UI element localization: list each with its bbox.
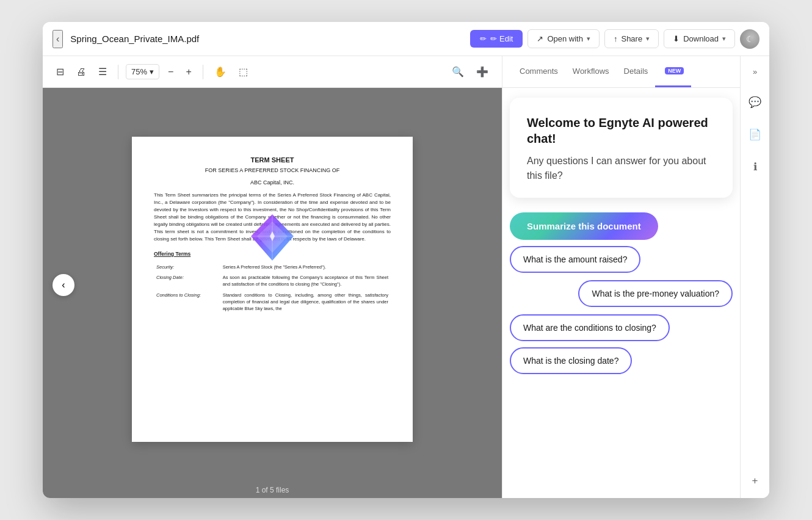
panel-content: Welcome to Egnyte AI powered chat! Any q…: [502, 88, 740, 498]
title-bar: ‹ Spring_Ocean_Private_IMA.pdf ✏ ✏ Edit …: [43, 22, 769, 56]
tab-ai[interactable]: NEW: [655, 56, 691, 87]
download-icon: ⬇: [673, 34, 680, 43]
split-view-button[interactable]: ⊟: [53, 62, 68, 81]
open-with-label: Open with: [547, 34, 583, 43]
ai-welcome-title: Welcome to Egnyte AI powered chat!: [527, 115, 716, 146]
tab-workflows[interactable]: Workflows: [565, 56, 617, 87]
avatar[interactable]: ☾: [740, 29, 759, 49]
pdf-page: TERM SHEET FOR SERIES A PREFERRED STOCK …: [132, 137, 413, 442]
tab-workflows-label: Workflows: [573, 67, 609, 76]
table-row: Security:Series A Preferred Stock (the "…: [154, 262, 391, 272]
zoom-in-button[interactable]: +: [182, 63, 195, 81]
ai-suggestions: Summarize this document What is the amou…: [502, 208, 740, 389]
ai-welcome-card: Welcome to Egnyte AI powered chat! Any q…: [510, 98, 733, 198]
suggest-summarize[interactable]: Summarize this document: [510, 212, 658, 240]
share-button[interactable]: ↑ Share ▾: [604, 29, 659, 48]
suggestion-row-2: What is the pre-money valuation?: [510, 280, 733, 307]
suggest-conditions[interactable]: What are the conditions to closing?: [510, 314, 670, 341]
suggestion-row-1: Summarize this document What is the amou…: [510, 212, 733, 273]
download-button[interactable]: ⬇ Download ▾: [664, 29, 735, 48]
pdf-canvas: ‹ TERM SHEET FOR SERIES A PREFERRED STOC…: [43, 88, 502, 482]
pdf-toolbar: ⊟ 🖨 ☰ 75% ▾ − + ✋ ⬚ 🔍 ➕: [43, 56, 502, 88]
right-panel: Comments Workflows Details NEW Welcome t…: [502, 56, 740, 498]
back-button[interactable]: ‹: [53, 30, 63, 48]
share-icon: ↑: [614, 34, 618, 43]
viewer-area: ⊟ 🖨 ☰ 75% ▾ − + ✋ ⬚ 🔍 ➕: [43, 56, 769, 498]
tab-details[interactable]: Details: [617, 56, 656, 87]
file-title: Spring_Ocean_Private_IMA.pdf: [70, 34, 463, 44]
pdf-bottom-space: [55, 442, 490, 466]
settings-button[interactable]: ☰: [95, 62, 111, 81]
pdf-top-space: [55, 100, 490, 137]
zoom-control[interactable]: 75% ▾: [126, 64, 159, 79]
avatar-icon: ☾: [746, 34, 754, 44]
pdf-terms-table: Security:Series A Preferred Stock (the "…: [154, 262, 391, 314]
term-value: As soon as practicable following the Com…: [220, 272, 391, 290]
tab-comments-label: Comments: [520, 67, 558, 76]
select-tool-button[interactable]: ⬚: [235, 62, 252, 81]
file-counter: 1 of 5 files: [43, 482, 502, 498]
ai-welcome-subtitle: Any questions I can answer for you about…: [527, 154, 716, 183]
term-label: Closing Date:: [154, 272, 220, 290]
pdf-company-title: ABC Capital, INC.: [154, 179, 391, 186]
search-button[interactable]: 🔍: [448, 62, 468, 81]
download-label: Download: [683, 34, 719, 43]
term-label: Conditions to Closing:: [154, 290, 220, 314]
term-label: Security:: [154, 262, 220, 272]
tab-details-label: Details: [624, 67, 648, 76]
open-with-chevron: ▾: [587, 35, 590, 43]
panel-tabs: Comments Workflows Details NEW: [502, 56, 740, 88]
zoom-value: 75%: [131, 67, 147, 76]
open-with-button[interactable]: ↗ Open with ▾: [527, 29, 600, 48]
table-row: Conditions to Closing:Standard condition…: [154, 290, 391, 314]
pdf-term-sheet-title: TERM SHEET: [154, 156, 391, 164]
chat-icon-button[interactable]: 💬: [745, 92, 765, 112]
zoom-out-button[interactable]: −: [164, 63, 177, 81]
edit-button[interactable]: ✏ ✏ Edit: [470, 30, 523, 48]
suggestion-row-3: What are the conditions to closing? What…: [510, 314, 733, 374]
info-icon-button[interactable]: ℹ: [750, 157, 761, 177]
print-button[interactable]: 🖨: [73, 63, 90, 81]
add-comment-button[interactable]: ➕: [473, 62, 492, 81]
open-icon: ↗: [537, 34, 543, 43]
new-badge: NEW: [665, 67, 684, 74]
zoom-chevron: ▾: [150, 67, 154, 76]
tab-comments[interactable]: Comments: [512, 56, 565, 87]
suggest-amount[interactable]: What is the amount raised?: [510, 246, 640, 273]
pdf-financing-title: FOR SERIES A PREFERRED STOCK FINANCING O…: [154, 167, 391, 173]
suggest-premoney[interactable]: What is the pre-money valuation?: [578, 280, 733, 307]
add-icon-button[interactable]: +: [749, 471, 762, 491]
ai-logo: [248, 213, 297, 262]
toolbar-separator-1: [118, 65, 118, 79]
app-window: ‹ Spring_Ocean_Private_IMA.pdf ✏ ✏ Edit …: [43, 22, 769, 498]
side-icons: » 💬 📄 ℹ +: [740, 56, 769, 498]
term-value: Standard conditions to Closing, includin…: [220, 290, 391, 314]
pan-tool-button[interactable]: ✋: [211, 62, 230, 81]
collapse-panel-button[interactable]: »: [749, 63, 761, 80]
suggest-closing[interactable]: What is the closing date?: [510, 347, 632, 374]
share-chevron: ▾: [646, 35, 650, 43]
term-value: Series A Preferred Stock (the "Series A …: [220, 262, 391, 272]
table-row: Closing Date:As soon as practicable foll…: [154, 272, 391, 290]
toolbar-separator-2: [203, 65, 203, 79]
download-chevron: ▾: [722, 35, 726, 43]
edit-label: ✏ Edit: [490, 34, 513, 43]
share-label: Share: [621, 34, 642, 43]
pdf-section: ⊟ 🖨 ☰ 75% ▾ − + ✋ ⬚ 🔍 ➕: [43, 56, 502, 498]
edit-icon: ✏: [480, 34, 487, 43]
toolbar-actions: ✏ ✏ Edit ↗ Open with ▾ ↑ Share ▾ ⬇ Downl…: [470, 29, 759, 49]
prev-page-button[interactable]: ‹: [53, 274, 74, 296]
document-icon-button[interactable]: 📄: [745, 125, 765, 145]
